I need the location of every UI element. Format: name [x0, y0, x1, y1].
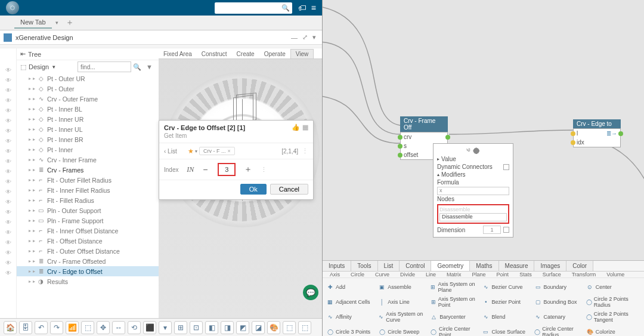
operator-item[interactable]: ▭Boundary — [533, 280, 584, 294]
node-graph-canvas[interactable]: Crv - Frame Off crv s ⟲ offset Crv - Edg… — [323, 0, 644, 260]
tree-node[interactable]: ▸▸≣Crv - Frames — [17, 165, 159, 175]
tree-node[interactable]: ▸▸∿Crv - Inner Frame — [17, 155, 159, 165]
category-tab[interactable]: Images — [534, 261, 566, 271]
tree-node[interactable]: ▸▸▭Pln - Frame Support — [17, 215, 159, 226]
subcategory-item[interactable]: Stats — [515, 272, 537, 278]
subcategory-item[interactable]: Transform — [567, 272, 601, 278]
node-header[interactable]: Crv - Frame Off — [400, 116, 448, 132]
search-icon[interactable]: 🔍 — [133, 63, 141, 71]
add-tab-button[interactable]: ＋ — [66, 17, 74, 28]
formula-input[interactable]: x — [437, 187, 509, 195]
menu-icon[interactable]: ≡ — [311, 3, 316, 13]
tree-node[interactable]: ▸▸◇Pt - Inner UR — [17, 114, 159, 124]
tree-node[interactable]: ▸▸◇Pt - Outer UR — [17, 73, 159, 84]
operator-item[interactable]: ∿Affinity — [325, 310, 376, 324]
tree-node[interactable]: ▸▸⌐Flt - Inner Offset Distance — [17, 226, 159, 236]
visibility-icon[interactable]: 👁 — [0, 187, 16, 197]
tree-node[interactable]: ▸▸⌐Flt - Outer Fillet Radius — [17, 175, 159, 185]
tree-node[interactable]: ▸▸◇Pt - Outer — [17, 84, 159, 94]
operator-item[interactable]: ▢Bounding Box — [533, 295, 584, 309]
visibility-icon[interactable]: 👁 — [0, 85, 16, 95]
chevron-down-icon[interactable]: ▾ — [312, 33, 316, 41]
tree-node[interactable]: ▸▸▭Pln - Outer Support — [17, 205, 159, 215]
visibility-icon[interactable]: 👁 — [0, 227, 16, 238]
tree-node[interactable]: ▸▸≣Crv - Edge to Offset — [17, 266, 159, 276]
operator-item[interactable]: ∿Catenary — [533, 310, 584, 324]
visibility-icon[interactable]: 👁 — [0, 146, 16, 156]
visibility-icon[interactable]: 👁 — [0, 167, 16, 177]
value-section[interactable]: ▸Value — [437, 155, 509, 163]
visibility-icon[interactable]: 👁 — [0, 75, 16, 85]
toolbar-button[interactable]: ◧ — [205, 321, 218, 334]
visibility-icon[interactable]: 👁 — [0, 197, 16, 207]
operator-item[interactable]: ⊙Center — [585, 280, 636, 294]
more-icon[interactable]: ⋮ — [261, 166, 267, 174]
operator-item[interactable]: ∿Bezier Curve — [481, 280, 532, 294]
tree-node[interactable]: ▸▸◇Pt - Inner BL — [17, 104, 159, 114]
visibility-icon[interactable]: 👁 — [0, 258, 16, 268]
increment-button[interactable]: ＋ — [242, 164, 255, 175]
tree-node[interactable]: ▸▸⌐Flt - Fillet Radius — [17, 195, 159, 205]
subcategory-item[interactable]: Plane — [467, 272, 491, 278]
node-edge-to[interactable]: Crv - Edge to l ≣→ idx — [573, 119, 621, 147]
category-tab[interactable]: Tools — [351, 261, 377, 271]
toolbar-button[interactable]: ◩ — [236, 321, 249, 334]
toolbar-button[interactable]: 🗄 — [19, 321, 32, 334]
tag-icon[interactable]: 🏷 — [298, 3, 306, 13]
toolbar-button[interactable]: ⊞ — [174, 321, 187, 334]
tree-node[interactable]: ▸▸◇Pt - Inner — [17, 144, 159, 155]
list-label[interactable]: ‹ List — [164, 148, 188, 155]
visibility-icon[interactable]: 👁 — [0, 238, 16, 248]
list-chip[interactable]: Crv - F ... × — [199, 147, 235, 155]
toolbar-button[interactable]: 📶 — [66, 321, 79, 334]
viewport-tab[interactable]: View — [290, 49, 314, 58]
visibility-icon[interactable]: 👁 — [0, 65, 16, 75]
operator-item[interactable]: ◯Circle 3 Points — [325, 325, 376, 336]
tree-node[interactable]: ▸▸◇Pt - Inner UL — [17, 124, 159, 134]
tree-node[interactable]: ▸▸⌐Flt - Offset Distance — [17, 236, 159, 246]
cancel-button[interactable]: Cancel — [270, 184, 308, 195]
category-tab[interactable]: Measure — [499, 261, 535, 271]
visibility-icon[interactable]: 👁 — [0, 95, 16, 106]
operator-item[interactable]: •Bezier Point — [481, 295, 532, 309]
visibility-icon[interactable]: 👁 — [0, 177, 16, 187]
operator-item[interactable]: ◯Circle 2 Points Radius — [585, 295, 636, 309]
tree-node[interactable]: ▸▸⌐Flt - Inner Fillet Radius — [17, 185, 159, 195]
chevron-down-icon[interactable]: ▾ — [195, 149, 197, 154]
subcategory-item[interactable]: Point — [492, 272, 514, 278]
operator-item[interactable]: ◯Circle Sweep — [377, 325, 428, 336]
operator-item[interactable]: ◯Circle 2 Points Tangent — [585, 310, 636, 324]
category-tab[interactable]: Maths — [470, 261, 499, 271]
toolbar-button[interactable]: ✥ — [97, 321, 110, 334]
modifiers-section[interactable]: ▴Modifiers — [437, 171, 509, 178]
subcategory-item[interactable]: Curve — [370, 272, 394, 278]
toolbar-button[interactable]: 🎨 — [267, 321, 280, 334]
tree-find-input[interactable] — [78, 61, 131, 72]
port-label[interactable]: idx — [577, 139, 584, 146]
dyn-connectors-row[interactable]: Dynamic Connectors — [437, 163, 509, 171]
subcategory-item[interactable]: Divide — [395, 272, 420, 278]
toolbar-button[interactable]: ⬚ — [81, 321, 94, 334]
visibility-icon[interactable]: 👁 — [0, 156, 16, 167]
viewport-tab[interactable]: Construct — [197, 50, 232, 58]
viewport-tab[interactable]: Create — [232, 50, 259, 58]
nodes-input[interactable]: Disassemble — [439, 213, 507, 221]
global-search-input[interactable]: 🔍 — [215, 2, 292, 14]
toolbar-button[interactable]: ↶ — [35, 321, 48, 334]
tree-node[interactable]: ▸▸⌐Flt - Outer Offset Distance — [17, 246, 159, 256]
operator-item[interactable]: ◯Circle Center Radius — [533, 325, 584, 336]
visibility-icon[interactable]: 👁 — [0, 217, 16, 227]
viewport-tab[interactable]: Operate — [259, 50, 290, 58]
subcategory-item[interactable]: Circle — [346, 272, 369, 278]
toolbar-button[interactable]: ↔ — [112, 321, 125, 334]
operator-item[interactable]: ∿Axis System on Curve — [377, 310, 428, 324]
port-label[interactable]: l — [577, 130, 578, 137]
operator-item[interactable]: ⊞Axis System on Plane — [429, 280, 480, 294]
close-icon[interactable]: × — [228, 148, 231, 154]
node-header[interactable]: Crv - Edge to — [573, 119, 621, 128]
port-label[interactable]: crv — [404, 134, 411, 140]
visibility-icon[interactable]: 👁 — [0, 126, 16, 136]
category-tab[interactable]: Color — [566, 261, 593, 271]
port-label[interactable]: s — [404, 143, 407, 149]
lock-icon[interactable]: 👍 — [292, 124, 300, 131]
